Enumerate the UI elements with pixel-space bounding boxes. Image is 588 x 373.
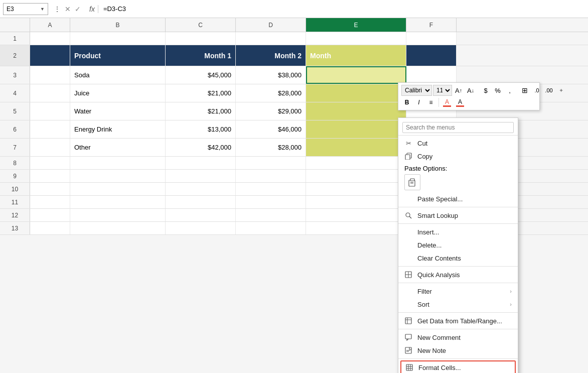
context-menu-item-paste-special[interactable]: Paste Special... (398, 192, 518, 205)
decrease-font-btn[interactable]: A↓ (465, 85, 476, 96)
name-box-chevron-icon: ▼ (40, 7, 45, 12)
col-header-f[interactable]: F (406, 18, 457, 32)
clear-format-btn[interactable]: ✦ (555, 85, 566, 96)
search-menus-input[interactable] (402, 122, 514, 133)
cell-a7[interactable] (30, 139, 70, 156)
new-note-label: New Note (417, 347, 512, 354)
context-menu-item-delete[interactable]: Delete... (398, 238, 518, 252)
cell-e7[interactable] (306, 139, 406, 156)
toolbar-row-2: B I ≡ A A (401, 97, 536, 108)
cell-b4[interactable]: Juice (70, 84, 166, 102)
cell-d7[interactable]: $28,000 (236, 139, 306, 156)
col-header-b[interactable]: B (70, 18, 166, 32)
col-header-c[interactable]: C (166, 18, 236, 32)
context-menu-separator-2 (398, 223, 518, 224)
formula-input[interactable] (100, 4, 585, 14)
cell-e2[interactable]: Month (306, 45, 406, 66)
cell-c7[interactable]: $42,000 (166, 139, 236, 156)
cell-d2[interactable]: Month 2 (236, 45, 306, 66)
cell-f1[interactable] (406, 32, 457, 45)
highlight-color-btn[interactable]: A (441, 97, 453, 108)
cell-f3[interactable] (406, 66, 457, 84)
context-menu-item-new-note[interactable]: New Note (398, 344, 518, 357)
context-menu-separator-6 (398, 329, 518, 329)
context-menu-item-copy[interactable]: Copy (398, 150, 518, 163)
context-menu-item-smart-lookup[interactable]: Smart Lookup (398, 209, 518, 222)
cell-a3[interactable] (30, 66, 70, 84)
confirm-icon[interactable]: ✓ (73, 5, 82, 13)
smart-lookup-label: Smart Lookup (417, 212, 512, 219)
cell-e3[interactable] (306, 66, 406, 84)
table-row: 3 Soda $45,000 $38,000 (0, 66, 588, 84)
cell-c2[interactable]: Month 1 (166, 45, 236, 66)
cell-a6[interactable] (30, 120, 70, 138)
cell-b6[interactable]: Energy Drink (70, 120, 166, 138)
font-color-btn[interactable]: A (454, 97, 466, 108)
cell-d5[interactable]: $29,000 (236, 102, 306, 120)
cell-e4[interactable] (306, 84, 406, 102)
currency-btn[interactable]: $ (480, 85, 491, 96)
cell-a4[interactable] (30, 84, 70, 102)
col-header-a[interactable]: A (30, 18, 70, 32)
context-menu-item-clear-contents[interactable]: Clear Contents (398, 252, 518, 265)
comma-btn[interactable]: , (504, 85, 515, 96)
cell-c4[interactable]: $21,000 (166, 84, 236, 102)
bold-btn[interactable]: B (401, 97, 412, 108)
cell-b1[interactable] (70, 32, 166, 45)
formula-bar: E3 ▼ ⋮ ✕ ✓ fx (0, 0, 588, 18)
cell-a2[interactable] (30, 45, 70, 66)
context-menu-item-cut[interactable]: ✂ Cut (398, 137, 518, 150)
context-menu-item-filter[interactable]: Filter › (398, 285, 518, 298)
context-menu-separator-3 (398, 266, 518, 267)
context-menu-item-quick-analysis[interactable]: Quick Analysis (398, 268, 518, 281)
decrease-decimal-btn[interactable]: .00 (543, 85, 554, 96)
cell-d3[interactable]: $38,000 (236, 66, 306, 84)
row-header-9: 9 (0, 170, 30, 182)
table-row: 2 Product Month 1 Month 2 Month (0, 45, 588, 66)
cell-b7[interactable]: Other (70, 139, 166, 156)
svg-line-7 (409, 216, 411, 218)
context-menu-item-insert[interactable]: Insert... (398, 225, 518, 238)
more-icon[interactable]: ⋮ (52, 5, 62, 13)
cell-c5[interactable]: $21,000 (166, 102, 236, 120)
cell-a1[interactable] (30, 32, 70, 45)
cell-a5[interactable] (30, 102, 70, 120)
borders-btn[interactable]: ⊞ (519, 85, 530, 96)
cell-b2[interactable]: Product (70, 45, 166, 66)
increase-decimal-btn[interactable]: .0 (531, 85, 542, 96)
cancel-icon[interactable]: ✕ (63, 5, 72, 13)
context-menu-item-get-data[interactable]: Get Data from Table/Range... (398, 314, 518, 327)
context-menu-item-sort[interactable]: Sort › (398, 298, 518, 311)
context-menu-separator-1 (398, 207, 518, 207)
cell-d6[interactable]: $46,000 (236, 120, 306, 138)
cell-c3[interactable]: $45,000 (166, 66, 236, 84)
italic-btn[interactable]: I (413, 97, 424, 108)
delete-label: Delete... (417, 241, 512, 249)
cell-d4[interactable]: $28,000 (236, 84, 306, 102)
row-header-3: 3 (0, 66, 30, 84)
paste-btn[interactable] (404, 174, 420, 190)
name-box[interactable]: E3 ▼ (3, 3, 48, 15)
cell-e6[interactable] (306, 120, 406, 138)
col-header-e[interactable]: E (306, 18, 406, 32)
svg-rect-14 (405, 334, 411, 339)
row-header-13: 13 (0, 222, 30, 234)
col-header-d[interactable]: D (236, 18, 306, 32)
cell-e1[interactable] (306, 32, 406, 45)
percent-btn[interactable]: % (492, 85, 503, 96)
cell-b5[interactable]: Water (70, 102, 166, 120)
cell-c6[interactable]: $13,000 (166, 120, 236, 138)
cell-d1[interactable] (236, 32, 306, 45)
cell-f2[interactable] (406, 45, 457, 66)
align-btn[interactable]: ≡ (425, 97, 436, 108)
sort-label: Sort (417, 301, 505, 308)
context-menu-item-format-cells[interactable]: Format Cells... (400, 360, 516, 373)
cell-e5[interactable] (306, 102, 406, 120)
font-size-select[interactable]: 11 (433, 85, 452, 96)
cell-b3[interactable]: Soda (70, 66, 166, 84)
clear-contents-icon (404, 254, 412, 262)
context-menu-item-new-comment[interactable]: New Comment (398, 331, 518, 344)
cell-c1[interactable] (166, 32, 236, 45)
font-family-select[interactable]: Calibri (401, 85, 432, 96)
increase-font-btn[interactable]: A↑ (453, 85, 464, 96)
